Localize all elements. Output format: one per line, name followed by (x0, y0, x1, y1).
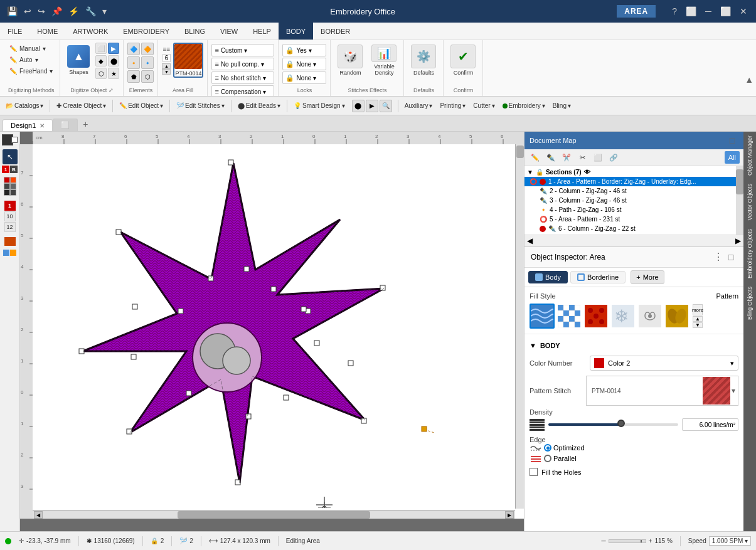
tool-icon-1[interactable]: ⬤ (352, 100, 365, 112)
orange-tool[interactable] (10, 250, 16, 256)
menu-view[interactable]: VIEW (213, 23, 245, 40)
pattern-check[interactable] (556, 304, 582, 329)
color-swatch-gray[interactable] (10, 183, 16, 189)
density-slider[interactable] (548, 423, 678, 426)
badge-num[interactable]: 10 (4, 211, 16, 221)
edit-beads-btn[interactable]: ⬤ Edit Beads ▾ (235, 101, 284, 110)
doc-map-right[interactable]: ▶ (735, 236, 741, 245)
doc-map-left[interactable]: ◀ (527, 236, 533, 245)
dm-tool-pen[interactable]: ✏️ (528, 151, 542, 164)
zoom-minus[interactable]: ─ (602, 537, 606, 544)
optimized-radio[interactable] (544, 444, 551, 452)
fill-holes-checkbox[interactable] (530, 468, 538, 476)
auto-btn[interactable]: ✏️ Auto ▾ (6, 54, 56, 65)
menu-artwork[interactable]: ARTWORK (65, 23, 115, 40)
dm-tool-link[interactable]: 🔗 (607, 151, 620, 164)
density-slider-thumb[interactable] (617, 420, 625, 427)
elem-2[interactable]: 🔶 (141, 43, 154, 55)
elem-1[interactable]: 🔷 (127, 43, 140, 55)
elem-5[interactable]: ⬟ (127, 70, 140, 83)
doc-map-scroll-thumb[interactable] (736, 169, 743, 194)
element-icon-2[interactable]: ▶ (108, 43, 119, 54)
color-swatch-dark2[interactable] (10, 189, 16, 196)
dm-all-btn[interactable]: All (725, 151, 740, 164)
quick-icon-2[interactable]: ⚡ (67, 5, 81, 18)
compensation-dropdown[interactable]: ≡ Compensation ▾ (211, 85, 274, 97)
vector-objects-tab[interactable]: Vector Objects (745, 180, 754, 225)
tree-item-4[interactable]: 🔸 4 - Path - Zig-Zag - 106 st (524, 205, 743, 214)
random-btn[interactable]: 🎲 Random (334, 43, 366, 78)
ptm-preview-btn[interactable]: PTM-0014 (173, 43, 203, 78)
window-controls[interactable]: ? ⬜ ─ ⬜ ✕ (668, 5, 751, 18)
inspector-close-btn[interactable]: □ (725, 251, 737, 263)
menu-body[interactable]: BODY (279, 23, 313, 40)
object-manager-tab[interactable]: Object Manager (745, 132, 754, 179)
catalogs-btn[interactable]: 📂 Catalogs ▾ (3, 101, 46, 110)
no-short-stitch-dropdown[interactable]: ≡ No short stitch ▾ (211, 71, 274, 84)
menu-embroidery[interactable]: EMBROIDERY (115, 23, 177, 40)
v-scroll-thumb[interactable] (516, 145, 524, 158)
pattern-leaf[interactable] (664, 304, 689, 329)
dm-tool-scissors2[interactable]: ✂ (575, 151, 589, 164)
blue-tool[interactable] (3, 250, 9, 256)
auxiliary-btn[interactable]: Auxiliary ▾ (402, 101, 436, 110)
tree-item-1[interactable]: ⭕ 1 - Area - Pattern - Border: Zig-Zag -… (524, 177, 743, 186)
none-dropdown-2[interactable]: 🔒 None ▾ (282, 71, 326, 84)
close-button[interactable]: ✕ (736, 5, 751, 18)
freehand-btn[interactable]: ✏️ FreeHand ▾ (6, 65, 56, 77)
yes-dropdown[interactable]: 🔒 Yes ▾ (282, 44, 326, 56)
element-icon-6[interactable]: ★ (108, 68, 119, 79)
cutter-btn[interactable]: Cutter ▾ (470, 101, 498, 110)
design1-tab-close[interactable]: ✕ (40, 122, 45, 129)
element-icon-1[interactable]: ⬜ (95, 43, 107, 54)
color-swatch-red[interactable] (4, 177, 10, 183)
h-scroll-thumb[interactable] (178, 511, 371, 519)
confirm-btn[interactable]: ✔ Confirm (447, 43, 479, 78)
dm-tool-pen2[interactable]: ✒️ (544, 151, 558, 164)
save-icon[interactable]: 💾 (5, 5, 19, 18)
help-button[interactable]: ? (668, 5, 681, 18)
more-tab[interactable]: + More (631, 270, 664, 284)
maximize-button[interactable]: ⬜ (716, 5, 735, 18)
menu-border[interactable]: BORDER (313, 23, 358, 40)
element-icon-3[interactable]: ◆ (95, 55, 107, 66)
menu-file[interactable]: FILE (0, 23, 29, 40)
tree-item-2[interactable]: ✒️ 2 - Column - Zig-Zag - 46 st (524, 186, 743, 196)
menu-bling[interactable]: BLING (177, 23, 213, 40)
ptm-dropdown-arrow[interactable]: ▾ (732, 386, 735, 395)
borderline-tab[interactable]: Borderline (570, 271, 626, 283)
quick-icon-1[interactable]: 📌 (50, 5, 64, 18)
menu-help[interactable]: HELP (245, 23, 279, 40)
element-icon-4[interactable]: ⬤ (108, 55, 119, 66)
body-tab[interactable]: Body (528, 271, 568, 283)
new-tab[interactable]: ⬜ (53, 119, 78, 131)
edit-stitches-btn[interactable]: 🪡 Edit Stitches ▾ (173, 101, 228, 110)
manual-btn[interactable]: ✏️ Manual ▾ (6, 43, 56, 54)
ribbon-expand-btn[interactable]: ▲ (745, 75, 753, 85)
body-section-header[interactable]: ▼ BODY (530, 339, 738, 352)
pattern-wave[interactable] (530, 304, 555, 329)
doc-map-close[interactable]: □ (726, 134, 738, 147)
fill-up[interactable]: ▲ (162, 63, 171, 69)
quick-icon-3[interactable]: 🔧 (83, 5, 98, 18)
elem-3[interactable]: 🔸 (127, 56, 140, 69)
custom-dropdown[interactable]: ≡ Custom ▾ (211, 44, 274, 56)
variable-density-btn[interactable]: 📊 VariableDensity (368, 43, 400, 78)
tool-icon-2[interactable]: ▶ (366, 100, 378, 112)
quick-access-toolbar[interactable]: 💾 ↩ ↪ 📌 ⚡ 🔧 ▾ (5, 5, 109, 18)
menu-home[interactable]: HOME (29, 23, 65, 40)
expand-icon[interactable]: ⤢ (109, 87, 114, 93)
elem-6[interactable]: ⬡ (141, 70, 154, 83)
elem-4[interactable]: 🔹 (141, 56, 154, 69)
tree-item-6[interactable]: ✒️ 6 - Column - Zig-Zag - 22 st (524, 224, 743, 233)
scroll-left-btn[interactable]: ◀ (34, 511, 43, 519)
doc-map-scrollbar[interactable] (736, 166, 743, 235)
minimize-button[interactable]: ─ (701, 5, 715, 18)
undo-icon[interactable]: ↩ (22, 5, 33, 18)
pattern-dots[interactable] (583, 304, 609, 329)
dm-tool-grid[interactable]: ⬜ (591, 151, 605, 164)
scroll-right-btn[interactable]: ▶ (505, 511, 514, 519)
color-swatch-black[interactable] (4, 189, 10, 196)
canvas-content[interactable]: ⟷ ◀ ▶ (33, 144, 524, 519)
bling-btn[interactable]: Bling ▾ (550, 101, 574, 110)
